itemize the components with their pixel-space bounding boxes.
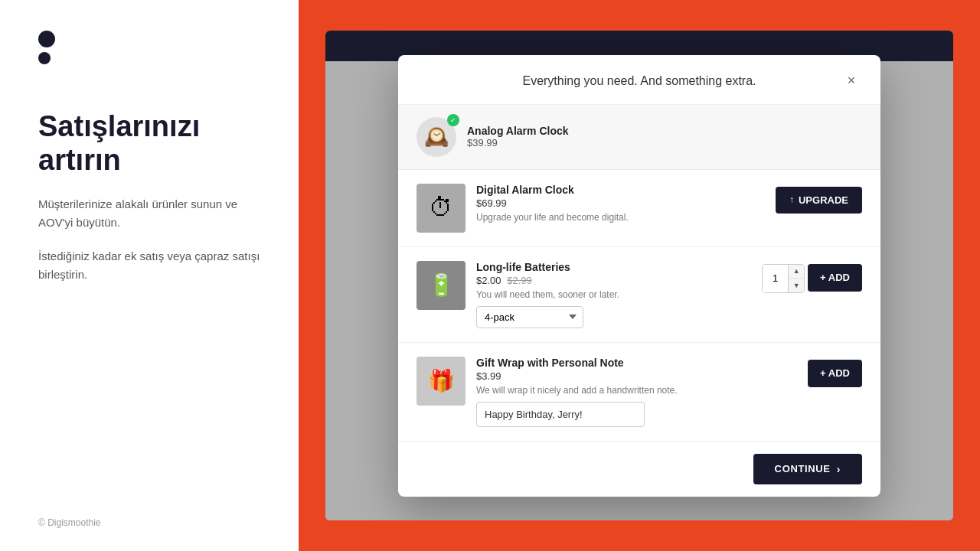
gift-wrap-note-input[interactable] bbox=[476, 402, 645, 427]
upsell-item-batteries: 🔋 Long-life Batteries $2.00 $2.99 You wi… bbox=[398, 247, 880, 343]
right-panel: Everything you need. And something extra… bbox=[299, 0, 980, 551]
gift-wrap-action: + ADD bbox=[808, 360, 862, 387]
batteries-action: 1 ▲ ▼ + ADD bbox=[762, 264, 862, 293]
gift-wrap-image: 🎁 bbox=[416, 357, 466, 406]
batteries-details: Long-life Batteries $2.00 $2.99 You will… bbox=[476, 261, 751, 328]
batteries-price: $2.00 $2.99 bbox=[476, 275, 751, 286]
gift-wrap-name: Gift Wrap with Personal Note bbox=[476, 357, 797, 369]
current-product-price: $39.99 bbox=[467, 137, 569, 148]
upsell-item-gift-wrap: 🎁 Gift Wrap with Personal Note $3.99 We … bbox=[398, 343, 880, 441]
quantity-value: 1 bbox=[763, 265, 789, 292]
batteries-add-label: + ADD bbox=[820, 272, 850, 283]
batteries-add-button[interactable]: + ADD bbox=[808, 264, 862, 292]
digital-clock-price: $69.99 bbox=[476, 197, 765, 209]
modal-title: Everything you need. And something extra… bbox=[438, 74, 841, 88]
batteries-current-price: $2.00 bbox=[476, 275, 501, 286]
check-badge-icon: ✓ bbox=[447, 114, 459, 126]
batteries-original-price: $2.99 bbox=[507, 275, 532, 286]
quantity-controls: ▲ ▼ bbox=[789, 265, 804, 292]
left-panel: Satışlarınızı artırın Müşterilerinize al… bbox=[0, 0, 299, 551]
continue-label: CONTINUE bbox=[775, 463, 831, 474]
desc-1: Müşterilerinize alakalı ürünler sunun ve… bbox=[38, 195, 260, 232]
gift-wrap-price: $3.99 bbox=[476, 370, 797, 382]
gift-wrap-details: Gift Wrap with Personal Note $3.99 We wi… bbox=[476, 357, 797, 427]
footer-copyright: © Digismoothie bbox=[38, 517, 101, 528]
gift-wrap-desc: We will wrap it nicely and add a handwri… bbox=[476, 385, 797, 396]
digital-clock-image: ⏱ bbox=[416, 184, 466, 233]
quantity-decrement[interactable]: ▼ bbox=[789, 279, 804, 292]
modal-close-button[interactable]: × bbox=[841, 70, 862, 92]
upgrade-arrow-icon: ↑ bbox=[789, 194, 794, 205]
batteries-image: 🔋 bbox=[416, 261, 466, 310]
upsell-modal: Everything you need. And something extra… bbox=[398, 55, 880, 497]
modal-footer: CONTINUE › bbox=[398, 441, 880, 497]
digital-clock-desc: Upgrade your life and become digital. bbox=[476, 212, 765, 223]
upgrade-button[interactable]: ↑ UPGRADE bbox=[776, 187, 862, 214]
logo-dot-small bbox=[38, 52, 51, 64]
modal-header: Everything you need. And something extra… bbox=[398, 55, 880, 105]
upgrade-label: UPGRADE bbox=[799, 194, 848, 206]
continue-button[interactable]: CONTINUE › bbox=[753, 454, 862, 484]
batteries-desc: You will need them, sooner or later. bbox=[476, 289, 751, 300]
desc-2: İstediğiniz kadar ek satış veya çapraz s… bbox=[38, 247, 260, 284]
modal-overlay: Everything you need. And something extra… bbox=[325, 31, 953, 520]
gift-wrap-add-button[interactable]: + ADD bbox=[808, 360, 862, 387]
quantity-stepper: 1 ▲ ▼ bbox=[762, 264, 805, 293]
gift-wrap-add-label: + ADD bbox=[820, 367, 850, 379]
continue-arrow-icon: › bbox=[837, 463, 841, 475]
batteries-name: Long-life Batteries bbox=[476, 261, 751, 273]
browser-content: Everything you need. And something extra… bbox=[325, 61, 953, 520]
page-title: Satışlarınızı artırın bbox=[38, 110, 260, 177]
modal-body: ⏱ Digital Alarm Clock $69.99 Upgrade you… bbox=[398, 170, 880, 441]
digital-clock-details: Digital Alarm Clock $69.99 Upgrade your … bbox=[476, 184, 765, 229]
logo bbox=[38, 31, 260, 64]
quantity-increment[interactable]: ▲ bbox=[789, 265, 804, 279]
current-product-info: Analog Alarm Clock $39.99 bbox=[467, 125, 569, 148]
logo-dot-large bbox=[38, 31, 55, 47]
batteries-pack-select[interactable]: 4-pack 8-pack 12-pack bbox=[476, 306, 583, 328]
current-product-image-wrap: 🕰️ ✓ bbox=[416, 117, 456, 157]
mock-browser: Everything you need. And something extra… bbox=[325, 31, 953, 520]
current-product-row: 🕰️ ✓ Analog Alarm Clock $39.99 bbox=[398, 105, 880, 170]
digital-clock-action: ↑ UPGRADE bbox=[776, 187, 862, 214]
current-product-name: Analog Alarm Clock bbox=[467, 125, 569, 137]
upsell-item-digital-clock: ⏱ Digital Alarm Clock $69.99 Upgrade you… bbox=[398, 170, 880, 247]
digital-clock-name: Digital Alarm Clock bbox=[476, 184, 765, 196]
